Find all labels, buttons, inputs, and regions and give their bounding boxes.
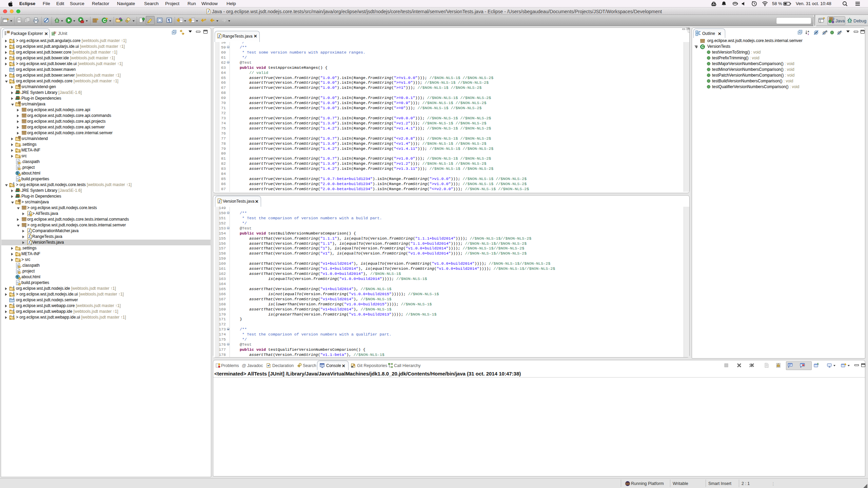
svg-text:z: z (808, 33, 809, 35)
svg-text:J: J (13, 49, 14, 53)
svg-text:J: J (13, 182, 14, 185)
svg-text:J: J (832, 17, 834, 21)
svg-text:J: J (54, 31, 55, 33)
svg-text:¶: ¶ (168, 18, 170, 23)
svg-text:GIT: GIT (352, 366, 354, 368)
svg-text:@: @ (242, 363, 246, 368)
svg-text:J: J (13, 286, 14, 289)
svg-text:S: S (826, 30, 828, 33)
svg-text:J: J (13, 67, 14, 70)
svg-text:J: J (13, 61, 14, 64)
svg-text:?: ? (30, 237, 32, 239)
svg-text:J: J (207, 10, 209, 13)
svg-text:J: J (13, 309, 14, 312)
svg-text:J: J (13, 291, 14, 294)
svg-text:J: J (13, 73, 14, 76)
svg-text:J: J (13, 55, 14, 58)
svg-text:?: ? (30, 231, 32, 233)
svg-text:J: J (218, 200, 220, 203)
svg-text:R: R (815, 31, 817, 34)
svg-text:J: J (13, 303, 14, 306)
svg-text:L: L (841, 30, 842, 33)
svg-text:J: J (13, 78, 14, 81)
svg-text:J: J (13, 297, 14, 300)
svg-text:J: J (13, 44, 14, 47)
svg-text:?: ? (30, 243, 32, 245)
svg-text:?: ? (25, 225, 26, 228)
svg-text:J: J (13, 39, 14, 41)
svg-text:C: C (702, 45, 704, 49)
svg-text:J: J (218, 35, 220, 38)
svg-text:C: C (103, 18, 106, 23)
svg-text:J: J (13, 314, 14, 318)
